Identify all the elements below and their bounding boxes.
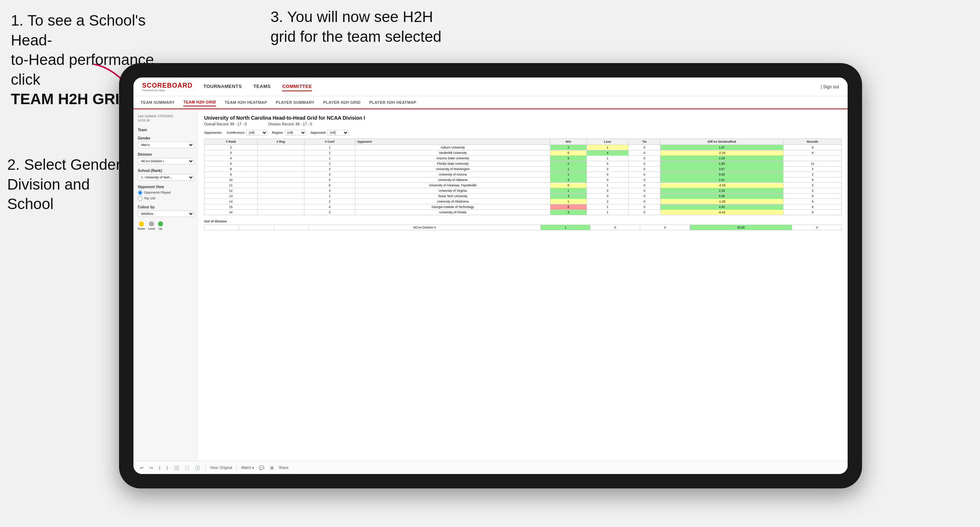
- division-record: Division Record: 88 - 17 - 0: [268, 122, 312, 126]
- cell-conf: 1: [304, 194, 355, 199]
- sub-nav-player-h2h-grid[interactable]: PLAYER H2H GRID: [323, 99, 361, 106]
- grid-button[interactable]: ⊞: [269, 465, 275, 470]
- sub-nav-team-h2h-heatmap[interactable]: TEAM H2H HEATMAP: [225, 99, 267, 106]
- cell-rank: 15: [205, 205, 258, 210]
- cell-opponent: University of Virginia: [355, 188, 550, 194]
- back-button[interactable]: ⟨: [158, 465, 161, 470]
- cell-rank: 12: [205, 188, 258, 194]
- colour-by-section: Colour by Win/loss: [138, 205, 194, 217]
- annotation-2-line2: Division and: [7, 176, 90, 193]
- sub-nav-player-h2h-heatmap[interactable]: PLAYER H2H HEATMAP: [369, 99, 417, 106]
- undo-button[interactable]: ↩: [139, 465, 144, 470]
- cell-loss: 4: [587, 150, 629, 156]
- cell-reg: [258, 194, 304, 199]
- cell-tie: 0: [629, 205, 660, 210]
- forward-button[interactable]: ⟩: [165, 465, 169, 470]
- table-row: 10 5 University of Alabama 3 0 0 2.61 8: [205, 177, 842, 183]
- gender-select[interactable]: Men's: [138, 142, 194, 148]
- school-section: School (Rank) 1. University of Nort...: [138, 169, 194, 181]
- legend-down: Down: [138, 221, 145, 230]
- cell-win: 1: [550, 167, 587, 172]
- division-label: Division: [138, 152, 194, 156]
- cell-win: 0: [550, 183, 587, 188]
- col-tie: Tie: [629, 139, 660, 145]
- cell-win: 0: [550, 205, 587, 210]
- cell-rounds: 8: [783, 177, 842, 183]
- cell-rounds: 12: [783, 161, 842, 167]
- conference-filter-label: Conference: [227, 131, 245, 135]
- cell-opponent: Texas Tech University: [355, 194, 550, 199]
- cell-conf: 2: [304, 167, 355, 172]
- annotation-1-line1: 1. To see a School's Head-: [11, 12, 146, 49]
- table-row: 6 2 Florida State University 2 0 0 1.83 …: [205, 161, 842, 167]
- cell-rounds: [783, 156, 842, 161]
- nav-committee[interactable]: COMMITTEE: [282, 82, 312, 91]
- cell-diff: -2.29: [660, 150, 783, 156]
- cell-rank: 4: [205, 156, 258, 161]
- sub-nav-team-h2h-grid[interactable]: TEAM H2H GRID: [183, 98, 216, 106]
- cell-loss: 2: [587, 199, 629, 205]
- radio-group: Opponents Played Top 100: [138, 190, 194, 201]
- cell-reg: [258, 156, 304, 161]
- filter-region: Region (All): [272, 130, 306, 135]
- redo-button[interactable]: ↪: [149, 465, 154, 470]
- cell-loss: 1: [587, 145, 629, 150]
- cell-rounds: 2: [783, 172, 842, 177]
- opponent-view-label: Opponent View: [138, 185, 194, 189]
- annotation-3-line2: grid for the team selected: [270, 28, 441, 45]
- tablet-screen: SCOREBOARD Powered by clippi TOURNAMENTS…: [134, 78, 848, 474]
- cell-rank: 8: [205, 167, 258, 172]
- cell-conf: 3: [304, 210, 355, 215]
- watch-button[interactable]: Watch ▾: [241, 466, 254, 470]
- radio-opponents-played[interactable]: Opponents Played: [138, 190, 194, 195]
- nav-tournaments[interactable]: TOURNAMENTS: [204, 82, 242, 91]
- clock-button[interactable]: 🕐: [194, 465, 201, 470]
- cell-opponent: Florida State University: [355, 161, 550, 167]
- share-button[interactable]: Share: [279, 466, 288, 470]
- cell-loss: 1: [587, 183, 629, 188]
- cell-diff: -6.42: [660, 210, 783, 215]
- cell-loss: 0: [587, 167, 629, 172]
- cell-rank: 6: [205, 161, 258, 167]
- opponent-filter-label: Opponent: [310, 131, 326, 135]
- cell-reg: [258, 205, 304, 210]
- cell-rounds: 3: [783, 188, 842, 194]
- division-select[interactable]: NCAA Division I: [138, 158, 194, 164]
- cell-opponent: University of Arizona: [355, 172, 550, 177]
- filter-opponents: Opponents:: [204, 131, 223, 135]
- region-select[interactable]: (All): [285, 130, 306, 135]
- radio-top-100[interactable]: Top 100: [138, 196, 194, 201]
- paste-button[interactable]: ⬚: [184, 465, 190, 470]
- sign-out-link[interactable]: | Sign out: [821, 84, 839, 89]
- conference-select[interactable]: (All): [246, 130, 267, 135]
- logo-text: SCOREBOARD: [142, 82, 192, 89]
- cell-rank: 10: [205, 177, 258, 183]
- opponent-select[interactable]: (All): [327, 130, 349, 135]
- colour-by-select[interactable]: Win/loss: [138, 211, 194, 217]
- cell-tie: 0: [629, 145, 660, 150]
- view-original-label[interactable]: View: Original: [210, 466, 232, 470]
- comment-button[interactable]: 💬: [258, 465, 265, 470]
- cell-tie: 0: [629, 156, 660, 161]
- out-of-division-row: NCAA Division II 1 0 0 26.00 3: [205, 225, 842, 230]
- cell-diff: 2.29: [660, 156, 783, 161]
- ood-tie: 0: [640, 225, 690, 230]
- nav-teams[interactable]: TEAMS: [253, 82, 270, 91]
- cell-conf: 3: [304, 172, 355, 177]
- cell-rank: 16: [205, 210, 258, 215]
- cell-rounds: 3: [783, 183, 842, 188]
- sub-nav-player-summary[interactable]: PLAYER SUMMARY: [276, 99, 315, 106]
- cell-rank: 13: [205, 194, 258, 199]
- overall-record: Overall Record: 89 - 17 - 0: [204, 122, 247, 126]
- filter-conference: Conference (All): [227, 130, 268, 135]
- school-select[interactable]: 1. University of Nort...: [138, 174, 194, 181]
- table-row: 11 6 University of Arkansas, Fayettevill…: [205, 183, 842, 188]
- sub-nav-team-summary[interactable]: TEAM SUMMARY: [141, 99, 175, 106]
- cell-tie: 0: [629, 172, 660, 177]
- table-row: 3 2 Vanderbilt University 0 4 0 -2.29 8: [205, 150, 842, 156]
- school-label: School (Rank): [138, 169, 194, 173]
- copy-button[interactable]: ⬜: [173, 465, 180, 470]
- top-nav-items: TOURNAMENTS TEAMS COMMITTEE: [204, 82, 821, 91]
- cell-win: 3: [550, 210, 587, 215]
- legend-level-dot: [149, 221, 154, 226]
